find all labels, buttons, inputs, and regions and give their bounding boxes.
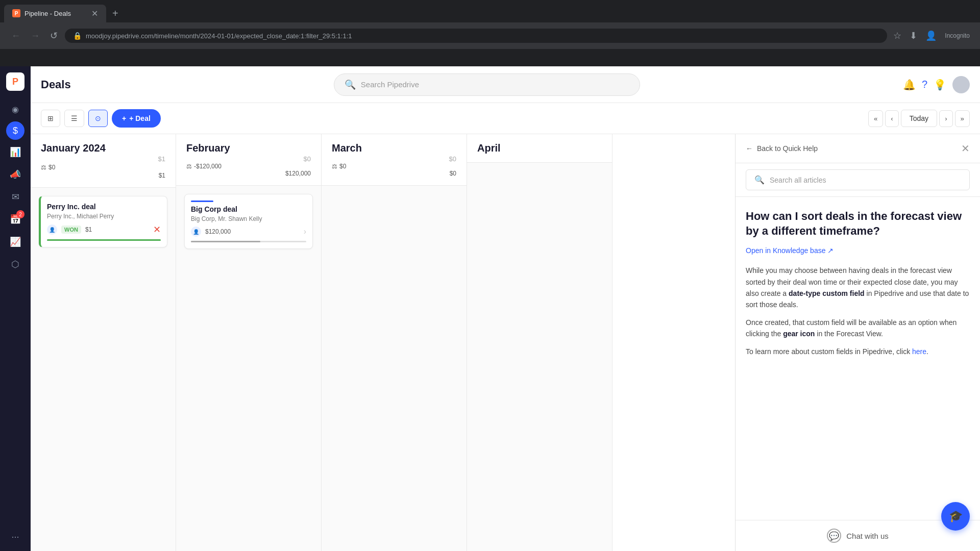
nav-bar: ← → ↺ 🔒 moodjoy.pipedrive.com/timeline/m… xyxy=(0,22,980,49)
main-content: Deals 🔍 Search Pipedrive 🔔 ? 💡 ⊞ ☰ ⊙ xyxy=(31,66,980,551)
february-stat-1: $0 xyxy=(186,155,311,163)
open-kb-link[interactable]: Open in Knowledge base ↗ xyxy=(746,246,970,255)
add-deal-button[interactable]: + + Deal xyxy=(112,109,161,128)
help-search-input[interactable]: Search all articles xyxy=(770,176,961,184)
date-navigation: « ‹ Today › » xyxy=(868,110,970,127)
profile-icon[interactable]: 👤 xyxy=(923,28,939,43)
perry-deal-title: Perry Inc. deal xyxy=(47,203,161,211)
help-panel-header: ← Back to Quick Help ✕ xyxy=(736,134,980,163)
bookmark-star-icon[interactable]: ☆ xyxy=(891,28,903,43)
active-tab[interactable]: P Pipeline - Deals ✕ xyxy=(4,5,106,22)
header-icons: 🔔 ? 💡 xyxy=(903,76,970,93)
download-icon[interactable]: ⬇ xyxy=(908,28,919,43)
march-month-name: March xyxy=(332,142,456,154)
forecast-view-button[interactable]: ⊙ xyxy=(88,110,108,127)
perry-deal-amount: $1 xyxy=(85,226,92,233)
sidebar-item-mail[interactable]: ✉ xyxy=(5,187,26,207)
bigcorp-deal-title: Big Corp deal xyxy=(191,205,306,213)
january-deals: Perry Inc. deal Perry Inc., Michael Perr… xyxy=(31,188,176,551)
january-stat-1: $1 xyxy=(41,155,165,163)
chat-with-us-button[interactable]: 💬 Chat with us xyxy=(827,529,889,543)
back-button[interactable]: ← xyxy=(8,29,23,43)
calendar-badge: 2 xyxy=(16,210,24,218)
help-icon[interactable]: ? xyxy=(922,79,927,90)
help-back-label: Back to Quick Help xyxy=(757,144,818,153)
january-header: January 2024 $1 ⚖ $0 $1 xyxy=(31,134,176,188)
new-tab-button[interactable]: + xyxy=(110,6,120,21)
sidebar-item-calendar[interactable]: 📅 2 xyxy=(5,209,26,230)
tab-bar: P Pipeline - Deals ✕ + xyxy=(0,0,980,22)
march-deals xyxy=(322,186,467,551)
fab-graduation-icon: 🎓 xyxy=(949,510,963,523)
tab-title: Pipeline - Deals xyxy=(24,10,71,17)
url-bar[interactable]: 🔒 moodjoy.pipedrive.com/timeline/month/2… xyxy=(65,29,887,43)
january-balance-1: $0 xyxy=(48,164,55,171)
bigcorp-deal-amount: $120,000 xyxy=(205,228,231,235)
chat-icon: 💬 xyxy=(827,529,841,543)
month-column-april: April xyxy=(467,134,612,551)
balance-icon-jan: ⚖ xyxy=(41,164,46,171)
chat-label: Chat with us xyxy=(846,532,889,540)
list-view-button[interactable]: ☰ xyxy=(64,110,84,127)
search-icon: 🔍 xyxy=(345,79,356,90)
bigcorp-deal-footer: 👤 $120,000 › xyxy=(191,227,306,237)
january-stat-2: ⚖ $0 xyxy=(41,164,165,171)
help-search-area: 🔍 Search all articles xyxy=(736,163,980,197)
balance-icon-mar: ⚖ xyxy=(332,163,337,170)
kanban-view-button[interactable]: ⊞ xyxy=(41,110,60,127)
bigcorp-deal-avatar: 👤 xyxy=(191,227,201,237)
february-stats: $0 ⚖ -$120,000 $120,000 xyxy=(186,155,311,177)
lightbulb-icon[interactable]: 💡 xyxy=(934,79,946,91)
tab-favicon: P xyxy=(12,9,20,17)
sidebar-item-deals[interactable]: $ xyxy=(6,121,24,140)
today-button[interactable]: Today xyxy=(901,110,937,127)
bigcorp-deal-subtitle: Big Corp, Mr. Shawn Kelly xyxy=(191,215,306,222)
external-link-icon: ↗ xyxy=(827,246,834,255)
notifications-icon[interactable]: 🔔 xyxy=(903,79,916,91)
fab-help-button[interactable]: 🎓 xyxy=(941,502,970,531)
help-panel-close-button[interactable]: ✕ xyxy=(961,142,970,155)
open-kb-label: Open in Knowledge base xyxy=(746,246,825,255)
help-article-title: How can I sort deals in the forecast vie… xyxy=(746,209,970,238)
perry-deal-footer: 👤 WON $1 ✕ xyxy=(47,224,161,235)
bigcorp-deal-card[interactable]: Big Corp deal Big Corp, Mr. Shawn Kelly … xyxy=(184,194,313,249)
month-column-march: March $0 ⚖ $0 $0 xyxy=(322,134,467,551)
reload-button[interactable]: ↺ xyxy=(47,28,61,43)
january-amount-top: $1 xyxy=(158,155,165,163)
user-avatar[interactable] xyxy=(952,76,970,93)
fast-back-button[interactable]: « xyxy=(868,110,883,127)
nav-icons: ☆ ⬇ 👤 Incognito xyxy=(891,28,972,43)
next-period-button[interactable]: › xyxy=(939,110,952,127)
sidebar-item-campaigns[interactable]: 📣 xyxy=(5,164,26,185)
perry-deal-close-icon[interactable]: ✕ xyxy=(153,224,161,235)
tab-close-button[interactable]: ✕ xyxy=(91,9,98,18)
march-balance: $0 xyxy=(339,163,346,170)
bigcorp-deal-indicator xyxy=(191,201,213,202)
february-stat-3: $120,000 xyxy=(186,170,311,177)
browser-chrome: P Pipeline - Deals ✕ + ← → ↺ 🔒 moodjoy.p… xyxy=(0,0,980,66)
bigcorp-deal-action-icon[interactable]: › xyxy=(304,227,306,236)
sidebar-item-reports[interactable]: 📊 xyxy=(5,142,26,162)
help-search-icon: 🔍 xyxy=(754,175,765,185)
march-header: March $0 ⚖ $0 $0 xyxy=(322,134,467,186)
sidebar-item-activity[interactable]: ◉ xyxy=(5,99,26,119)
page-title: Deals xyxy=(41,78,71,91)
lock-icon: 🔒 xyxy=(73,32,82,40)
sidebar-item-more[interactable]: ... xyxy=(5,524,26,545)
prev-period-button[interactable]: ‹ xyxy=(885,110,898,127)
bigcorp-deal-progress-fill xyxy=(191,241,260,242)
sidebar-item-integrations[interactable]: ⬡ xyxy=(5,254,26,274)
perry-deal-progress xyxy=(47,239,161,241)
help-search-bar[interactable]: 🔍 Search all articles xyxy=(746,169,970,190)
global-search-bar[interactable]: 🔍 Search Pipedrive xyxy=(334,73,640,96)
forward-button[interactable]: → xyxy=(28,29,43,43)
fast-forward-button[interactable]: » xyxy=(955,110,970,127)
perry-deal-card[interactable]: Perry Inc. deal Perry Inc., Michael Perr… xyxy=(39,196,167,247)
help-body-paragraph-1: While you may choose between having deal… xyxy=(746,265,970,311)
here-link[interactable]: here xyxy=(912,347,926,356)
march-stat-3: $0 xyxy=(332,170,456,177)
kanban-icon: ⊞ xyxy=(47,114,54,122)
help-back-button[interactable]: ← Back to Quick Help xyxy=(746,144,818,153)
sidebar-item-analytics[interactable]: 📈 xyxy=(5,232,26,252)
more-dots-icon: ... xyxy=(11,530,19,540)
